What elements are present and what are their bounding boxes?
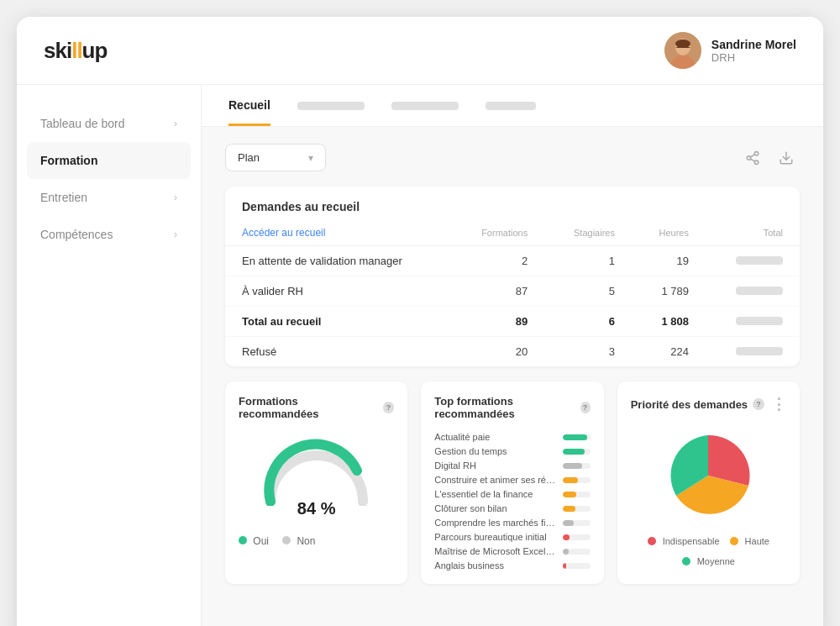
tab-placeholder bbox=[486, 102, 536, 110]
bar-fill bbox=[563, 449, 585, 455]
table-row: À valider RH 87 5 1 789 bbox=[225, 276, 800, 307]
row-stagiaires: 5 bbox=[544, 276, 632, 307]
bar-track bbox=[563, 434, 590, 440]
sidebar-item-tableau[interactable]: Tableau de bord › bbox=[17, 105, 201, 142]
bar-item: Actualité paie bbox=[434, 432, 590, 442]
bar-track bbox=[563, 534, 590, 540]
legend-haute: Haute bbox=[730, 536, 769, 546]
bar-label: Actualité paie bbox=[434, 432, 556, 442]
download-icon[interactable] bbox=[773, 145, 800, 171]
card-top-title: Top formations recommandées ? bbox=[434, 395, 590, 420]
pie-container: Indispensable Haute Moyenne bbox=[631, 425, 786, 566]
bar-label: Construire et animer ses référent... bbox=[434, 475, 556, 485]
tab-3[interactable] bbox=[391, 85, 459, 126]
table-link-col[interactable]: Accéder au recueil bbox=[225, 220, 451, 246]
app-container: skillup Sandrine Morel DRH bbox=[17, 17, 823, 626]
bar-fill bbox=[563, 563, 566, 569]
content-area: Plan ▾ bbox=[202, 127, 823, 601]
oui-dot bbox=[239, 536, 247, 544]
legend-oui: Oui bbox=[239, 535, 269, 547]
tab-placeholder bbox=[297, 102, 365, 110]
more-icon[interactable]: ⋮ bbox=[771, 395, 786, 413]
bar-item: Anglais business bbox=[434, 560, 590, 571]
row-label: Refusé bbox=[225, 337, 451, 367]
bottom-cards: Formations recommandées ? 84 % bbox=[225, 381, 800, 584]
chevron-right-icon: › bbox=[174, 229, 177, 240]
row-stagiaires: 6 bbox=[544, 307, 632, 337]
bar-fill bbox=[563, 477, 578, 483]
card-recommandees-title: Formations recommandées ? bbox=[239, 395, 394, 420]
bar-label: Parcours bureautique initial bbox=[434, 532, 556, 542]
bar-item: Digital RH bbox=[434, 460, 590, 471]
sidebar-item-entretien[interactable]: Entretien › bbox=[17, 179, 201, 216]
gauge-chart bbox=[258, 439, 375, 506]
bar-item: Maîtrise de Microsoft Excel 2020 bbox=[434, 546, 590, 556]
bar-label: Gestion du temps bbox=[434, 446, 556, 456]
demandes-title: Demandes au recueil bbox=[225, 187, 800, 220]
card-recommandees: Formations recommandées ? 84 % bbox=[225, 381, 407, 584]
tab-recueil[interactable]: Recueil bbox=[228, 85, 270, 126]
col-formations: Formations bbox=[451, 220, 544, 246]
chevron-right-icon: › bbox=[174, 118, 177, 129]
row-label: Total au recueil bbox=[225, 307, 451, 337]
sidebar-item-label: Compétences bbox=[40, 228, 113, 241]
row-heures: 19 bbox=[632, 246, 706, 276]
bar-fill bbox=[563, 434, 587, 440]
bar-item: Gestion du temps bbox=[434, 446, 590, 456]
table-row: En attente de validation manager 2 1 19 bbox=[225, 246, 800, 276]
bar-fill bbox=[563, 520, 573, 526]
row-total bbox=[706, 246, 800, 276]
chevron-right-icon: › bbox=[174, 192, 177, 203]
legend-non: Non bbox=[282, 535, 315, 547]
bar-item: Clôturer son bilan bbox=[434, 503, 590, 513]
row-heures: 224 bbox=[632, 337, 706, 367]
logo: skillup bbox=[44, 38, 107, 64]
chevron-down-icon: ▾ bbox=[308, 152, 313, 164]
header: skillup Sandrine Morel DRH bbox=[17, 17, 823, 85]
tab-4[interactable] bbox=[486, 85, 536, 126]
sidebar: Tableau de bord › Formation Entretien › … bbox=[17, 85, 202, 626]
svg-line-9 bbox=[750, 154, 754, 156]
plan-dropdown[interactable]: Plan ▾ bbox=[225, 144, 326, 171]
main-layout: Tableau de bord › Formation Entretien › … bbox=[17, 85, 823, 626]
user-role: DRH bbox=[711, 51, 796, 64]
info-icon: ? bbox=[580, 402, 591, 413]
user-name: Sandrine Morel bbox=[711, 38, 796, 51]
card-priorite: Priorité des demandes ? ⋮ bbox=[617, 381, 800, 584]
row-stagiaires: 1 bbox=[544, 246, 632, 276]
bar-item: Comprendre les marchés financi... bbox=[434, 518, 590, 528]
bar-label: Clôturer son bilan bbox=[434, 503, 556, 513]
user-info: Sandrine Morel DRH bbox=[664, 32, 796, 69]
share-icon[interactable] bbox=[739, 145, 766, 171]
toolbar-icons bbox=[739, 145, 800, 171]
info-icon: ? bbox=[753, 398, 764, 410]
sidebar-item-competences[interactable]: Compétences › bbox=[17, 216, 201, 253]
table-row: Total au recueil 89 6 1 808 bbox=[225, 307, 800, 337]
bar-fill bbox=[563, 549, 569, 555]
bar-fill bbox=[563, 534, 570, 540]
gauge-value: 84 % bbox=[297, 499, 336, 518]
bar-label: Maîtrise de Microsoft Excel 2020 bbox=[434, 546, 556, 556]
sidebar-item-label: Tableau de bord bbox=[40, 117, 124, 130]
row-total bbox=[706, 307, 800, 337]
bar-fill bbox=[563, 463, 582, 469]
pie-chart bbox=[658, 425, 759, 526]
tab-placeholder bbox=[391, 102, 459, 110]
bar-track bbox=[563, 549, 590, 555]
svg-point-4 bbox=[675, 39, 690, 48]
demandes-table: Accéder au recueil Formations Stagiaires… bbox=[225, 220, 800, 366]
tab-2[interactable] bbox=[297, 85, 365, 126]
bar-label: Digital RH bbox=[434, 460, 556, 471]
gauge-legend: Oui Non bbox=[239, 535, 394, 547]
row-formations: 20 bbox=[451, 337, 544, 367]
row-formations: 89 bbox=[451, 307, 544, 337]
row-heures: 1 808 bbox=[632, 307, 706, 337]
legend-indispensable: Indispensable bbox=[648, 536, 720, 546]
bar-item: L'essentiel de la finance bbox=[434, 489, 590, 499]
bar-track bbox=[563, 449, 590, 455]
avatar bbox=[664, 32, 701, 69]
svg-line-8 bbox=[750, 159, 754, 161]
row-stagiaires: 3 bbox=[544, 337, 632, 367]
sidebar-item-formation[interactable]: Formation bbox=[27, 142, 191, 179]
bar-label: L'essentiel de la finance bbox=[434, 489, 556, 499]
